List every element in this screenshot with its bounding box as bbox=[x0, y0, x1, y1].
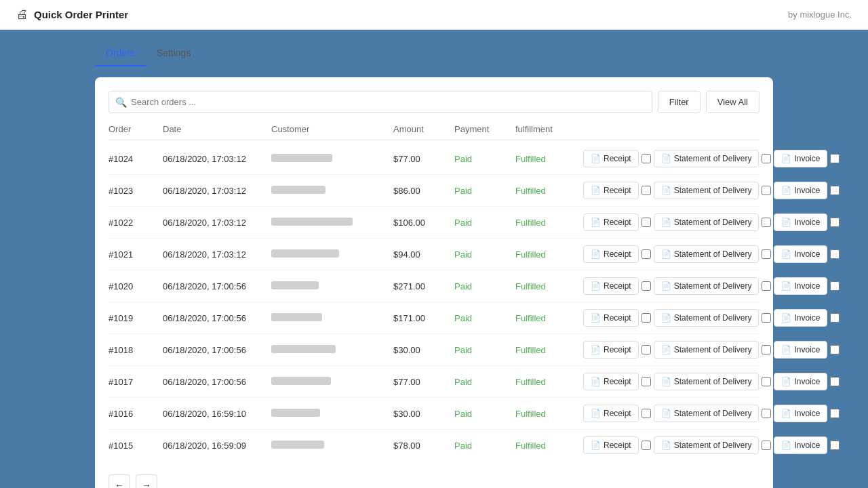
statement-checkbox-1[interactable] bbox=[762, 186, 771, 195]
statement-button-3[interactable]: 📄 Statement of Delivery bbox=[654, 245, 760, 263]
receipt-button-2[interactable]: 📄 Receipt bbox=[583, 214, 639, 231]
statement-checkbox-8[interactable] bbox=[762, 409, 771, 418]
invoice-checkbox-0[interactable] bbox=[830, 154, 840, 163]
receipt-button-6[interactable]: 📄 Receipt bbox=[583, 341, 639, 359]
invoice-button-0[interactable]: 📄 Invoice bbox=[774, 150, 827, 167]
cell-payment-6: Paid bbox=[454, 345, 515, 355]
receipt-doc-icon-3: 📄 bbox=[591, 249, 601, 259]
invoice-button-9[interactable]: 📄 Invoice bbox=[774, 436, 827, 454]
receipt-button-1[interactable]: 📄 Receipt bbox=[583, 182, 639, 199]
receipt-checkbox-6[interactable] bbox=[642, 345, 651, 354]
receipt-checkbox-7[interactable] bbox=[642, 377, 651, 386]
statement-button-1[interactable]: 📄 Statement of Delivery bbox=[654, 182, 760, 199]
cell-payment-4: Paid bbox=[454, 281, 515, 291]
main-content: Orders Settings 🔍 Filter View All Order … bbox=[0, 30, 868, 488]
invoice-checkbox-6[interactable] bbox=[830, 345, 840, 354]
receipt-button-3[interactable]: 📄 Receipt bbox=[583, 245, 639, 263]
tab-bar: Orders Settings bbox=[95, 41, 773, 66]
statement-checkbox-7[interactable] bbox=[762, 377, 771, 386]
prev-page-button[interactable]: ← bbox=[108, 474, 130, 488]
receipt-checkbox-2[interactable] bbox=[642, 218, 651, 227]
statement-checkbox-0[interactable] bbox=[762, 154, 771, 163]
statement-doc-icon-0: 📄 bbox=[661, 154, 671, 163]
search-icon: 🔍 bbox=[115, 97, 127, 108]
invoice-button-1[interactable]: 📄 Invoice bbox=[774, 182, 827, 199]
search-input[interactable] bbox=[108, 91, 652, 113]
invoice-button-2[interactable]: 📄 Invoice bbox=[774, 214, 827, 231]
statement-button-9[interactable]: 📄 Statement of Delivery bbox=[654, 436, 760, 454]
header-left: 🖨 Quick Order Printer bbox=[16, 7, 128, 22]
col-actions bbox=[583, 124, 760, 134]
invoice-button-8[interactable]: 📄 Invoice bbox=[774, 405, 827, 422]
cell-amount-2: $106.00 bbox=[393, 218, 454, 228]
statement-button-0[interactable]: 📄 Statement of Delivery bbox=[654, 150, 760, 167]
col-amount: Amount bbox=[393, 124, 454, 134]
invoice-button-3[interactable]: 📄 Invoice bbox=[774, 245, 827, 263]
receipt-checkbox-0[interactable] bbox=[642, 154, 651, 163]
table-row: #1020 06/18/2020, 17:00:56 $271.00 Paid … bbox=[108, 270, 760, 302]
next-page-button[interactable]: → bbox=[136, 474, 157, 488]
receipt-button-8[interactable]: 📄 Receipt bbox=[583, 405, 639, 422]
receipt-checkbox-1[interactable] bbox=[642, 186, 651, 195]
cell-actions-2: 📄 Receipt 📄 Statement of Delivery 📄 bbox=[583, 214, 840, 231]
statement-button-8[interactable]: 📄 Statement of Delivery bbox=[654, 405, 760, 422]
statement-button-6[interactable]: 📄 Statement of Delivery bbox=[654, 341, 760, 359]
statement-button-5[interactable]: 📄 Statement of Delivery bbox=[654, 309, 760, 327]
tab-settings[interactable]: Settings bbox=[146, 41, 202, 66]
statement-doc-icon-5: 📄 bbox=[661, 313, 671, 323]
cell-order-8: #1016 bbox=[108, 409, 163, 419]
receipt-checkbox-5[interactable] bbox=[642, 313, 651, 323]
statement-button-4[interactable]: 📄 Statement of Delivery bbox=[654, 277, 760, 295]
invoice-checkbox-5[interactable] bbox=[830, 313, 840, 323]
col-order: Order bbox=[108, 124, 163, 134]
cell-payment-2: Paid bbox=[454, 218, 515, 228]
action-group-receipt-9: 📄 Receipt bbox=[583, 436, 651, 454]
invoice-button-6[interactable]: 📄 Invoice bbox=[774, 341, 827, 359]
invoice-checkbox-1[interactable] bbox=[830, 186, 840, 195]
statement-button-7[interactable]: 📄 Statement of Delivery bbox=[654, 373, 760, 390]
receipt-doc-icon-2: 📄 bbox=[591, 218, 601, 227]
search-bar: 🔍 Filter View All bbox=[108, 91, 760, 113]
action-group-invoice-3: 📄 Invoice bbox=[774, 245, 840, 263]
invoice-button-4[interactable]: 📄 Invoice bbox=[774, 277, 827, 295]
statement-checkbox-5[interactable] bbox=[762, 313, 771, 323]
cell-date-3: 06/18/2020, 17:03:12 bbox=[163, 249, 271, 260]
filter-button[interactable]: Filter bbox=[658, 91, 701, 113]
cell-order-7: #1017 bbox=[108, 377, 163, 387]
receipt-checkbox-4[interactable] bbox=[642, 281, 651, 291]
invoice-button-5[interactable]: 📄 Invoice bbox=[774, 309, 827, 327]
cell-date-9: 06/18/2020, 16:59:09 bbox=[163, 441, 271, 451]
receipt-button-9[interactable]: 📄 Receipt bbox=[583, 436, 639, 454]
invoice-checkbox-4[interactable] bbox=[830, 281, 840, 291]
statement-checkbox-2[interactable] bbox=[762, 218, 771, 227]
action-group-invoice-2: 📄 Invoice bbox=[774, 214, 840, 231]
invoice-checkbox-2[interactable] bbox=[830, 218, 840, 227]
receipt-checkbox-9[interactable] bbox=[642, 441, 651, 450]
receipt-checkbox-3[interactable] bbox=[642, 249, 651, 259]
cell-actions-1: 📄 Receipt 📄 Statement of Delivery 📄 bbox=[583, 182, 840, 199]
view-all-button[interactable]: View All bbox=[706, 91, 760, 113]
statement-checkbox-3[interactable] bbox=[762, 249, 771, 259]
statement-checkbox-6[interactable] bbox=[762, 345, 771, 354]
cell-fulfillment-5: Fulfilled bbox=[515, 313, 583, 323]
invoice-checkbox-8[interactable] bbox=[830, 409, 840, 418]
statement-checkbox-4[interactable] bbox=[762, 281, 771, 291]
invoice-checkbox-9[interactable] bbox=[830, 441, 840, 450]
invoice-button-7[interactable]: 📄 Invoice bbox=[774, 373, 827, 390]
receipt-button-4[interactable]: 📄 Receipt bbox=[583, 277, 639, 295]
statement-checkbox-9[interactable] bbox=[762, 441, 771, 450]
invoice-checkbox-7[interactable] bbox=[830, 377, 840, 386]
app-title: Quick Order Printer bbox=[34, 9, 128, 20]
receipt-checkbox-8[interactable] bbox=[642, 409, 651, 418]
action-group-invoice-1: 📄 Invoice bbox=[774, 182, 840, 199]
tab-orders[interactable]: Orders bbox=[95, 41, 146, 66]
cell-fulfillment-3: Fulfilled bbox=[515, 249, 583, 260]
cell-date-7: 06/18/2020, 17:00:56 bbox=[163, 377, 271, 387]
receipt-button-5[interactable]: 📄 Receipt bbox=[583, 309, 639, 327]
receipt-doc-icon-4: 📄 bbox=[591, 281, 601, 291]
col-fulfillment: fulfillment bbox=[515, 124, 583, 134]
receipt-button-7[interactable]: 📄 Receipt bbox=[583, 373, 639, 390]
statement-button-2[interactable]: 📄 Statement of Delivery bbox=[654, 214, 760, 231]
receipt-button-0[interactable]: 📄 Receipt bbox=[583, 150, 639, 167]
invoice-checkbox-3[interactable] bbox=[830, 249, 840, 259]
